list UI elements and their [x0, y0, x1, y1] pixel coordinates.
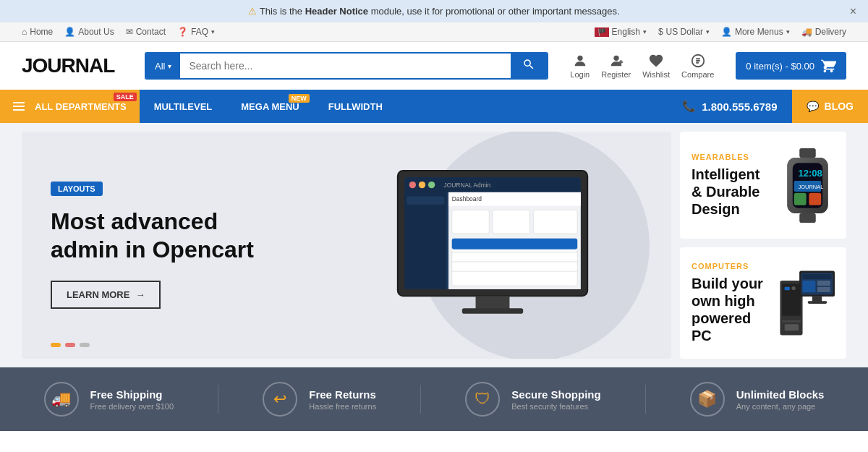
- security-title: Secure Shopping: [511, 388, 600, 401]
- flag-icon: 🏴: [595, 27, 609, 37]
- notice-text: This is the Header Notice module, use it…: [260, 6, 620, 17]
- computers-banner[interactable]: COMPUTERS Build your own high powered PC: [680, 247, 846, 359]
- all-departments-button[interactable]: ALL DEPARTMENTS Sale: [0, 90, 140, 123]
- register-button[interactable]: Register: [601, 53, 631, 79]
- nav-fullwidth-link[interactable]: FULLWIDTH: [314, 90, 397, 123]
- feature-returns: ↩ Free Returns Hassle free returns: [263, 382, 376, 417]
- top-bar: ⌂ Home 👤 About Us ✉ Contact ❓ FAQ ▾ 🏴 En…: [0, 22, 868, 42]
- hamburger-icon: [13, 102, 25, 111]
- svg-rect-45: [785, 287, 790, 290]
- wearables-banner[interactable]: WEARABLES Intelligent & Durable Design 1…: [680, 132, 846, 239]
- topbar-home-link[interactable]: ⌂ Home: [22, 27, 53, 37]
- slider-dots: [51, 343, 90, 347]
- topbar-currency-label: US Dollar: [666, 27, 703, 37]
- slider-dot-2[interactable]: [65, 343, 75, 347]
- svg-rect-31: [462, 308, 523, 314]
- search-button[interactable]: [511, 54, 547, 78]
- wearables-title: Intelligent & Durable Design: [692, 166, 772, 218]
- all-departments-label: ALL DEPARTMENTS: [35, 101, 127, 112]
- nav-multilevel-link[interactable]: MULTILEVEL: [140, 90, 227, 123]
- svg-rect-15: [407, 218, 445, 226]
- megamenu-new-badge: New: [289, 94, 310, 103]
- blog-icon: 💬: [807, 101, 819, 112]
- topbar-delivery-link[interactable]: 🚚 Delivery: [801, 27, 846, 37]
- layouts-badge: LAYOUTS: [51, 182, 103, 196]
- phone-icon: 📞: [682, 100, 696, 113]
- compare-button[interactable]: Compare: [681, 53, 714, 79]
- topbar-currency-link[interactable]: $ US Dollar ▾: [658, 27, 710, 37]
- search-bar: All ▾: [145, 52, 548, 80]
- svg-rect-23: [493, 210, 530, 234]
- person-icon: 👤: [64, 27, 75, 37]
- cart-label: 0 item(s) - $0.00: [746, 61, 814, 72]
- multilevel-label: MULTILEVEL: [154, 101, 213, 112]
- feature-blocks-text: Unlimited Blocks Any content, any page: [736, 388, 825, 411]
- security-icon: 🛡: [465, 382, 500, 417]
- computers-title: Build your own high powered PC: [692, 275, 768, 344]
- hero-title: Most advanced admin in Opencart: [51, 208, 254, 263]
- topbar-moremenus-label: More Menus: [735, 27, 783, 37]
- svg-rect-54: [803, 281, 816, 292]
- blocks-subtitle: Any content, any page: [736, 402, 825, 411]
- svg-rect-14: [407, 208, 445, 216]
- svg-text:Dashboard: Dashboard: [452, 195, 482, 202]
- arrow-right-icon: →: [135, 289, 145, 300]
- svg-rect-52: [808, 301, 827, 304]
- slider-dot-1[interactable]: [51, 343, 61, 347]
- topbar-faq-link[interactable]: ❓ FAQ ▾: [177, 27, 215, 37]
- search-category-button[interactable]: All ▾: [146, 54, 180, 78]
- phone-number: 1.800.555.6789: [702, 101, 777, 113]
- topbar-delivery-label: Delivery: [815, 27, 846, 37]
- header-notice: ⚠ This is the Header Notice module, use …: [0, 0, 868, 22]
- fullwidth-label: FULLWIDTH: [328, 101, 383, 112]
- topbar-moremenus-link[interactable]: 👤 More Menus ▾: [721, 27, 790, 37]
- svg-rect-41: [809, 192, 821, 205]
- svg-point-9: [419, 182, 425, 188]
- svg-point-10: [428, 182, 435, 188]
- topbar-right: 🏴 English ▾ $ US Dollar ▾ 👤 More Menus ▾…: [595, 27, 846, 37]
- question-icon: ❓: [177, 27, 188, 37]
- topbar-about-link[interactable]: 👤 About Us: [64, 27, 114, 37]
- returns-title: Free Returns: [309, 388, 376, 401]
- feature-shipping-text: Free Shipping Free delivery over $100: [90, 388, 174, 411]
- topbar-contact-link[interactable]: ✉ Contact: [126, 27, 166, 37]
- header-icons: Login Register Wishlist Compare: [570, 53, 714, 79]
- svg-rect-56: [817, 287, 830, 292]
- side-banners: WEARABLES Intelligent & Durable Design 1…: [680, 132, 846, 359]
- hero-content: LAYOUTS Most advanced admin in Opencart …: [22, 153, 283, 338]
- slider-dot-3[interactable]: [80, 343, 90, 347]
- main-nav: ALL DEPARTMENTS Sale MULTILEVEL MEGA MEN…: [0, 90, 868, 123]
- shipping-subtitle: Free delivery over $100: [90, 402, 174, 411]
- svg-rect-27: [452, 252, 577, 252]
- topbar-about-label: About Us: [78, 27, 114, 37]
- close-notice-button[interactable]: ×: [850, 5, 856, 18]
- wearables-text: WEARABLES Intelligent & Durable Design: [692, 153, 772, 218]
- nav-right: 📞 1.800.555.6789 💬 BLOG: [668, 90, 868, 123]
- logo-text: JOURNAL: [22, 54, 114, 77]
- svg-rect-47: [782, 320, 801, 323]
- wearables-category: WEARABLES: [692, 153, 772, 161]
- compare-label: Compare: [681, 70, 714, 79]
- search-input[interactable]: [180, 54, 511, 78]
- svg-rect-40: [794, 192, 807, 205]
- home-icon: ⌂: [22, 27, 27, 37]
- topbar-home-label: Home: [30, 27, 53, 37]
- topbar-language-link[interactable]: 🏴 English ▾: [595, 27, 647, 37]
- login-button[interactable]: Login: [570, 53, 590, 79]
- returns-icon: ↩: [263, 382, 297, 417]
- learn-more-button[interactable]: LEARN MORE →: [51, 281, 161, 309]
- nav-megamenu-link[interactable]: MEGA MENU New: [226, 90, 313, 123]
- svg-text:12:08: 12:08: [798, 168, 822, 179]
- svg-text:JOURNAL Admin: JOURNAL Admin: [444, 182, 491, 189]
- feature-shipping: 🚚 Free Shipping Free delivery over $100: [44, 382, 174, 417]
- feature-blocks: 📦 Unlimited Blocks Any content, any page: [690, 382, 825, 417]
- feature-returns-text: Free Returns Hassle free returns: [309, 388, 376, 411]
- logo[interactable]: JOURNAL: [22, 54, 123, 77]
- feature-divider-3: [645, 385, 646, 414]
- watch-image: 12:08 JOURNAL: [780, 148, 835, 223]
- cart-button[interactable]: 0 item(s) - $0.00: [736, 52, 846, 80]
- blog-button[interactable]: 💬 BLOG: [792, 90, 868, 123]
- svg-rect-28: [452, 262, 577, 263]
- phone-button[interactable]: 📞 1.800.555.6789: [668, 90, 791, 123]
- wishlist-button[interactable]: Wishlist: [642, 53, 670, 79]
